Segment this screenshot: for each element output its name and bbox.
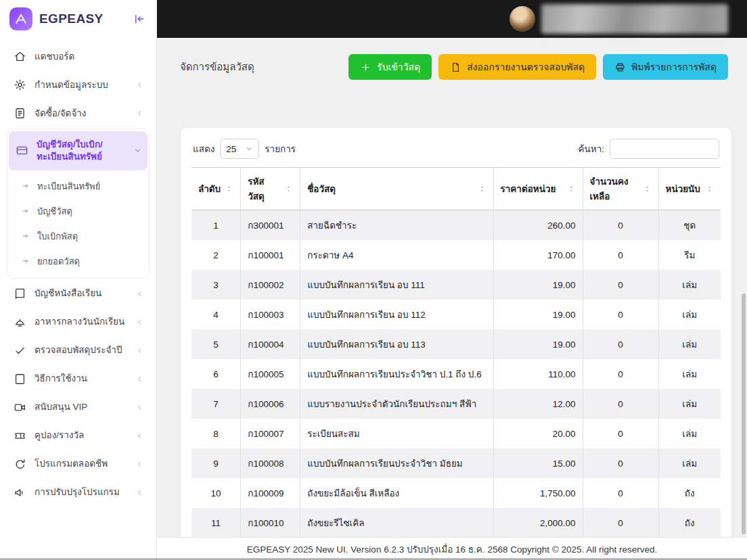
sidebar-subitem-asset-register[interactable]: ทะเบียนสินทรัพย์ <box>17 174 148 199</box>
sidebar-item-manual[interactable]: วิธีการใช้งาน <box>7 365 150 393</box>
sidebar-group-materials: บัญชีวัสดุ/ใบเบิก/ทะเบียนสินทรัพย์ทะเบีย… <box>7 129 150 279</box>
sidebar-item-label: บัญชีหนังสือเรียน <box>35 287 127 300</box>
sidebar-item-lifetime[interactable]: โปรแกรมตลอดชีพ <box>7 450 150 478</box>
sidebar-item-label: การปรับปรุงโปรแกรม <box>35 486 127 498</box>
table-row: 4ก100003แบบบันทึกผลการเรียน อบ 11219.000… <box>191 300 721 329</box>
column-header-unit[interactable]: หน่วยนับ <box>658 168 721 210</box>
cell-qty: 0 <box>583 329 658 359</box>
sidebar-item-procurement[interactable]: จัดซื้อ/จัดจ้าง <box>7 99 150 127</box>
sidebar-item-updates[interactable]: การปรับปรุงโปรแกรม <box>7 479 150 507</box>
sidebar-item-dashboard[interactable]: แดชบอร์ด <box>7 43 150 70</box>
sidebar-item-label: จัดซื้อ/จัดจ้าง <box>35 108 127 120</box>
sidebar-subitem-carry-forward[interactable]: ยกยอดวัสดุ <box>17 249 148 274</box>
topbar <box>157 0 747 38</box>
materials-table-card: แสดง 25 รายการ ค้นหา: ลำดับรหัสวัสดุชื่อ… <box>180 127 732 537</box>
column-label-unit: หน่วยนับ <box>666 181 700 196</box>
table-row: 11ก100010ถังขยะรีไซเคิล2,000.000ถัง <box>191 508 721 537</box>
cell-code: ก100001 <box>241 240 300 270</box>
vertical-scrollbar[interactable] <box>742 294 746 534</box>
sidebar-item-materials[interactable]: บัญชีวัสดุ/ใบเบิก/ทะเบียนสินทรัพย์ <box>9 131 148 170</box>
sidebar-item-label: แดชบอร์ด <box>35 51 144 63</box>
column-header-price[interactable]: ราคาต่อหน่วย <box>493 168 583 210</box>
book-icon <box>14 287 26 300</box>
sort-icon <box>567 185 576 193</box>
user-avatar[interactable] <box>510 6 535 32</box>
column-header-qty[interactable]: จำนวนคงเหลือ <box>583 168 658 210</box>
user-menu[interactable] <box>510 4 728 34</box>
sidebar-item-annual-audit[interactable]: ตรวจสอบพัสดุประจำปี <box>7 337 150 365</box>
print-list-button[interactable]: พิมพ์รายการการพัสดุ <box>603 54 728 80</box>
cell-unit: เล่ม <box>658 270 721 300</box>
cell-qty: 0 <box>583 210 658 241</box>
cell-name: แบบบันทึกผลการเรียน อบ 113 <box>300 329 493 359</box>
cell-code: ก100005 <box>241 359 300 389</box>
cell-code: ก100006 <box>241 389 300 419</box>
column-label-price: ราคาต่อหน่วย <box>501 181 556 196</box>
redacted-username <box>541 4 728 34</box>
column-label-name: ชื่อวัสดุ <box>307 181 336 196</box>
column-header-index[interactable]: ลำดับ <box>191 168 241 210</box>
page-size-select[interactable]: 25 <box>220 139 259 159</box>
sort-icon <box>643 185 652 193</box>
print-list-label: พิมพ์รายการการพัสดุ <box>631 60 717 74</box>
cell-index: 2 <box>191 240 241 270</box>
check-icon <box>14 344 26 357</box>
cell-qty: 0 <box>583 240 658 270</box>
cell-name: แบบบันทึกผลการเรียนประจำวิชา ป.1 ถึง ป.6 <box>300 359 493 389</box>
cell-unit: เล่ม <box>658 419 721 448</box>
toolbar-actions: รับเข้าวัสดุ ส่งออกรายงานตรวจสอบพัสดุ พิ… <box>348 54 728 80</box>
sidebar-item-vip[interactable]: สนับสนุน VIP <box>7 394 150 421</box>
column-header-code[interactable]: รหัสวัสดุ <box>241 168 300 210</box>
cell-index: 7 <box>191 389 241 419</box>
show-label: แสดง <box>193 141 214 156</box>
cell-price: 15.00 <box>493 448 583 478</box>
gear-icon <box>14 78 26 91</box>
cell-qty: 0 <box>583 419 658 448</box>
export-report-button[interactable]: ส่งออกรายงานตรวจสอบพัสดุ <box>438 54 596 80</box>
export-file-icon <box>450 62 461 73</box>
home-icon <box>14 50 26 63</box>
cell-index: 6 <box>191 359 241 389</box>
search-input[interactable] <box>610 139 719 159</box>
export-report-label: ส่งออกรายงานตรวจสอบพัสดุ <box>467 60 585 74</box>
sidebar-item-system-config[interactable]: กำหนดข้อมูลระบบ <box>7 71 150 99</box>
column-header-name[interactable]: ชื่อวัสดุ <box>300 168 493 210</box>
brand-logo-icon <box>9 7 32 30</box>
cell-unit: รีม <box>658 240 721 270</box>
sidebar-subitem-label: ทะเบียนสินทรัพย์ <box>37 179 100 193</box>
cell-qty: 0 <box>583 359 658 389</box>
page-size-value: 25 <box>226 144 236 154</box>
chevron-left-icon <box>135 109 144 118</box>
column-label-qty: จำนวนคงเหลือ <box>590 174 639 204</box>
sidebar-item-textbooks[interactable]: บัญชีหนังสือเรียน <box>7 280 150 308</box>
cell-index: 11 <box>191 508 241 537</box>
cell-name: ถังขยะมีล้อเข็น สีเหลือง <box>300 478 493 508</box>
cell-name: ถังขยะรีไซเคิล <box>300 508 493 537</box>
cell-unit: ถัง <box>658 478 721 508</box>
search-label: ค้นหา: <box>579 141 605 156</box>
sidebar-subitem-material-account[interactable]: บัญชีวัสดุ <box>17 199 148 224</box>
manual-icon <box>14 373 26 386</box>
cell-price: 19.00 <box>493 300 583 329</box>
sidebar-item-coupons[interactable]: คูปอง/รางวัล <box>7 422 150 450</box>
cell-code: ก100007 <box>241 419 300 448</box>
cell-price: 12.00 <box>493 389 583 419</box>
app-root: EGPEASY แดชบอร์ดกำหนดข้อมูลระบบจัดซื้อ/จ… <box>0 0 747 560</box>
sidebar-subitem-label: ยกยอดวัสดุ <box>37 254 80 269</box>
cell-price: 260.00 <box>493 210 583 241</box>
cell-price: 19.00 <box>493 329 583 359</box>
receive-material-button[interactable]: รับเข้าวัสดุ <box>348 54 432 80</box>
arrow-right-icon <box>21 206 30 216</box>
sidebar-subitem-requisition[interactable]: ใบเบิกพัสดุ <box>17 224 148 249</box>
plus-icon <box>360 62 371 73</box>
cell-index: 10 <box>191 478 241 508</box>
cell-unit: เล่ม <box>658 389 721 419</box>
collapse-sidebar-icon[interactable] <box>131 11 147 27</box>
sidebar-item-lunch[interactable]: อาหารกลางวันนักเรียน <box>7 308 150 336</box>
footer-text: EGPEASY 2025 New UI. Version 6.2.3 ปรับป… <box>247 542 657 557</box>
cell-code: ก100008 <box>241 448 300 478</box>
chevron-left-icon <box>135 431 144 440</box>
cell-price: 110.00 <box>493 359 583 389</box>
chevron-left-icon <box>135 318 144 327</box>
cell-qty: 0 <box>583 270 658 300</box>
